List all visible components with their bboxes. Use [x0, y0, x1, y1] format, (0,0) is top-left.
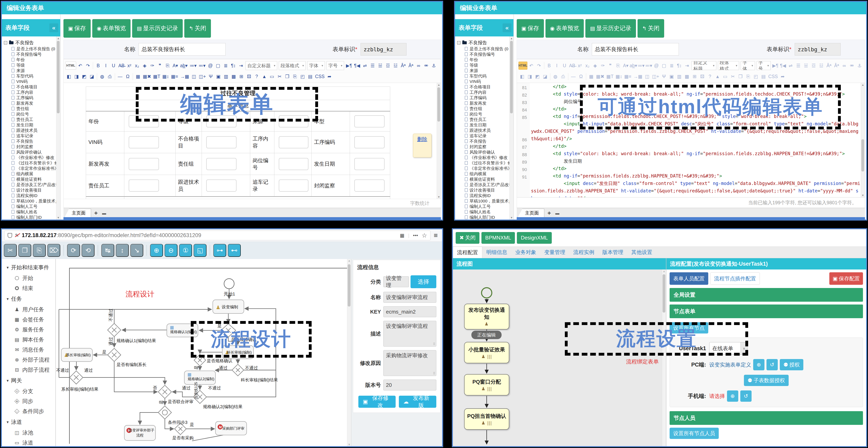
palette-section[interactable]: ▾泳道 [2, 416, 55, 428]
format-icon[interactable]: ☲ [384, 62, 392, 70]
tree-field-item[interactable]: 岗位号 [4, 111, 60, 117]
form-id-input[interactable]: zzblbg_kz [361, 43, 406, 56]
toolbar-button-表单预览[interactable]: ◉表单预览 [92, 19, 131, 38]
tree-field-item[interactable]: 责任组 [4, 106, 60, 111]
format-icon[interactable]: I [553, 62, 560, 70]
editor-tool-icon[interactable]: ◫+ [198, 73, 207, 81]
code-line[interactable]: 83 岗位编号 [517, 98, 861, 105]
palette-item-同步[interactable]: ✚同步 [2, 396, 55, 406]
bpm-tool-icon[interactable]: ⊶ [213, 244, 226, 257]
bpmn-canvas[interactable]: 流程设计 [56, 259, 351, 446]
toolbar-button-显示历史记录[interactable]: ▤显示历史记录 [132, 19, 183, 38]
tree-field-item[interactable]: 流程实例ID [457, 193, 514, 198]
format-icon[interactable]: U [561, 62, 568, 70]
tree-field-item[interactable]: 组内横展 [457, 171, 514, 176]
editor-tool-icon[interactable]: ? [706, 73, 713, 81]
editor-tool-icon[interactable]: ▦≡ [170, 73, 179, 81]
tree-field-item[interactable]: 追车记录 [4, 133, 60, 138]
tree-field-item[interactable]: 风险评价确认 [457, 149, 514, 155]
editor-tool-icon[interactable]: ◨ [526, 73, 533, 81]
toolbar-button-关闭[interactable]: ↰关闭 [638, 19, 664, 38]
format-icon[interactable]: ≔▾ [189, 62, 197, 70]
task-guigequeren1[interactable]: ▦ 规格确认1(编制) [167, 324, 198, 337]
format-icon[interactable]: ≕▾ [645, 62, 652, 70]
editor-tool-icon[interactable]: ⎘ [291, 73, 299, 81]
form-name-input[interactable]: 总装不良报告科长 [592, 43, 679, 56]
form-id-input[interactable]: zzblbg_kz [795, 43, 841, 56]
tree-field-item[interactable]: 车型代码 [4, 73, 60, 79]
editor-tool-icon[interactable]: ◍ [98, 73, 106, 81]
set-all-node-users-button[interactable]: 设置所有节点人员 [670, 428, 719, 439]
palette-item-泳池[interactable]: ◫泳池 [2, 428, 55, 438]
version-input[interactable]: 20 [383, 380, 436, 390]
edit-icon[interactable]: ↶ [528, 62, 535, 70]
editor-tool-icon[interactable]: ▦✖ [142, 73, 152, 81]
tab-node-plugin[interactable]: 流程节点插件配置 [710, 272, 760, 285]
tree-field-item[interactable]: 责任员工 [4, 117, 60, 122]
tree-field-item[interactable]: 是否涉及工艺/产品改善 [457, 182, 514, 187]
format-icon[interactable]: A̶B̶ [568, 62, 576, 70]
format-icon[interactable]: x² [126, 62, 133, 70]
form-field-input[interactable] [354, 136, 384, 148]
bpm-tool-icon[interactable]: ⌦ [47, 244, 60, 257]
edit-icon[interactable]: ↶ [76, 62, 84, 70]
form-field-input[interactable] [129, 158, 159, 170]
format-icon[interactable]: ☲ [810, 62, 817, 70]
tree-field-item[interactable]: 横展佐证资料 [4, 176, 60, 182]
tree-field-item[interactable]: 是否上传不良报告 (0 否 [457, 46, 514, 51]
bpm-tool-icon[interactable]: ⊕ [150, 244, 163, 257]
editor-tool-icon[interactable]: ✂ [729, 73, 737, 81]
editor-tool-icon[interactable]: ▥ [676, 73, 683, 81]
editor-tool-icon[interactable]: ? [253, 73, 260, 81]
tree-field-item[interactable]: 不良报告 [457, 138, 514, 144]
format-icon[interactable]: A▾ [172, 62, 179, 70]
format-icon[interactable]: ≕▾ [198, 62, 207, 70]
tree-field-item[interactable]: 工序编码 [457, 95, 514, 100]
editor-tool-icon[interactable]: ◫+ [651, 73, 660, 81]
collapse-sidebar-icon[interactable]: « [49, 23, 58, 32]
format-icon[interactable]: A▾ [622, 62, 629, 70]
form-table[interactable]: 过往不良管理基本信息年份等级来源车型VIN码不合格项目工序内容工序编码新发再发责… [86, 87, 390, 199]
editor-tool-icon[interactable]: →▦ [632, 73, 643, 81]
format-icon[interactable]: ⇥ [683, 62, 690, 70]
section-node-users[interactable]: 节点人员 [670, 411, 863, 425]
format-dropdown-字体[interactable]: 字体▾ [741, 61, 755, 70]
collapse-sidebar-icon[interactable]: « [503, 23, 512, 32]
toolbar-button-保存[interactable]: ▣保存 [63, 19, 91, 38]
format-icon[interactable]: Âª [407, 62, 414, 70]
format-icon[interactable]: ✑ [599, 62, 606, 70]
palette-item-消息任务[interactable]: ✉消息任务 [2, 345, 55, 355]
tree-field-item[interactable]: 不合格项目 [457, 84, 514, 90]
editor-tool-icon[interactable]: ✂ [276, 73, 283, 81]
editor-tool-icon[interactable]: ◧ [65, 73, 72, 81]
format-dropdown-字体[interactable]: 字体▾ [307, 61, 325, 70]
section-global-settings[interactable]: 全局设置 [670, 288, 863, 302]
form-field-input[interactable] [279, 158, 308, 170]
section-node-form[interactable]: 节点表单 [670, 305, 863, 318]
format-icon[interactable]: Âª [833, 62, 840, 70]
format-icon[interactable]: ⎘ [164, 62, 171, 70]
tree-field-item[interactable]: 《非定常作业标准书》修 [4, 166, 60, 171]
html-source-editor[interactable]: 81 </td>82 <td style="color: black; word… [517, 83, 865, 198]
editor-tool-icon[interactable]: ▥ [222, 73, 230, 81]
tree-field-item[interactable]: 《过往不良警示卡》修改 [4, 160, 60, 166]
code-line[interactable]: 82 <td style="color: black; word-break: … [517, 90, 861, 98]
format-dropdown-段落格式[interactable]: 段落格式▾ [279, 61, 306, 70]
format-icon[interactable]: ¶↕ [676, 62, 683, 70]
palette-section[interactable]: ▾任务 [2, 293, 55, 305]
form-field-input[interactable] [354, 115, 384, 127]
process-name-input[interactable]: 设变编制评审流程 [383, 292, 436, 303]
settings-tab-流程实例[interactable]: 流程实例 [569, 246, 598, 258]
toolbar-button-关闭[interactable]: ✖关闭 [456, 232, 479, 244]
editor-tool-icon[interactable]: ▦T [606, 73, 614, 81]
tree-field-item[interactable]: 草稿1000，质量技术员 [4, 198, 60, 204]
editor-tool-icon[interactable]: ▦ [588, 73, 595, 81]
format-icon[interactable]: x² [576, 62, 583, 70]
more-icon[interactable]: ••• [413, 233, 418, 238]
format-icon[interactable]: ⚮ [848, 62, 856, 70]
tree-field-item[interactable]: 发生日期 [457, 122, 514, 128]
qr-icon[interactable]: ▦ [400, 233, 404, 238]
code-scrollbar[interactable]: ▲▼ [861, 83, 865, 197]
palette-item-服务任务[interactable]: ⚙服务任务 [2, 324, 55, 335]
category-input[interactable]: 设变管理 [383, 276, 409, 287]
